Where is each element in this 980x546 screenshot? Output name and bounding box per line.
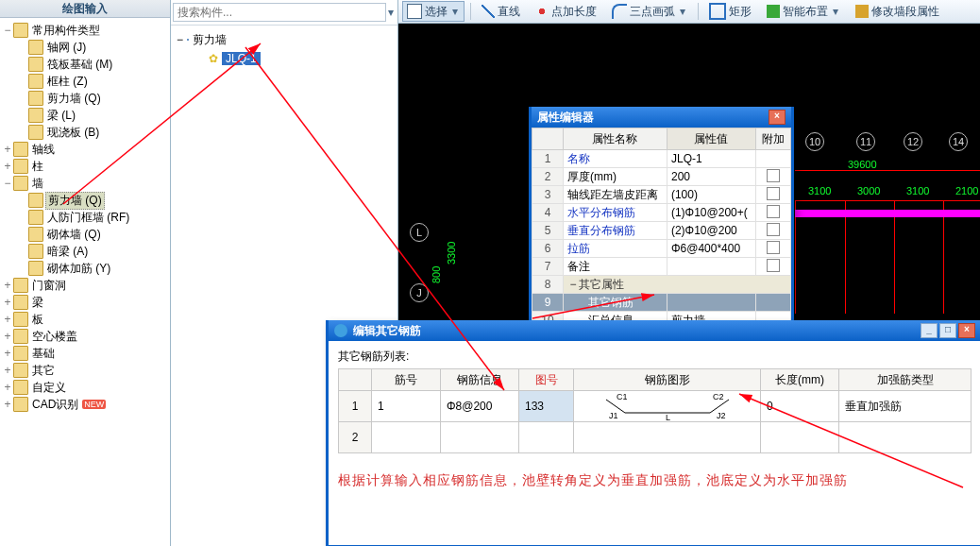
tree-node[interactable]: 筏板基础 (M) [45, 57, 114, 73]
tree-node[interactable]: 梁 (L) [45, 108, 77, 124]
close-icon[interactable]: × [769, 110, 786, 125]
tree-node[interactable]: 空心楼盖 [30, 329, 79, 345]
tree-expand-icon[interactable]: + [2, 381, 13, 394]
mid-tree-item-selected[interactable]: JLQ-1 [222, 52, 261, 65]
cell-shape[interactable]: C1 C2 J1 J2 L [574, 391, 761, 422]
folder-icon [13, 295, 28, 310]
tree-collapse-icon[interactable]: − [2, 24, 13, 37]
tree-node[interactable]: 框柱 (Z) [45, 74, 90, 90]
tree-collapse-icon[interactable]: − [2, 177, 13, 190]
cell-fig-no[interactable]: 133 [519, 391, 574, 422]
checkbox[interactable] [767, 223, 780, 236]
tool-select[interactable]: 选择▾ [402, 1, 465, 22]
prop-name: 水平分布钢筋 [564, 204, 667, 222]
tool-edit-seg[interactable]: 修改墙段属性 [851, 1, 944, 22]
minimize-icon[interactable]: _ [921, 323, 938, 338]
tree-node[interactable]: 板 [30, 312, 45, 328]
dimension-text: 800 [431, 266, 442, 283]
tool-line[interactable]: 直线 [477, 1, 525, 22]
cell-info[interactable]: Φ8@200 [441, 391, 519, 422]
left-panel: 绘图输入 −常用构件类型 轴网 (J) 筏板基础 (M) 框柱 (Z) 剪力墙 … [0, 0, 171, 546]
property-editor-window: 属性编辑器 × 属性名称属性值附加 1名称JLQ-1 2厚度(mm)200 3轴… [529, 107, 794, 324]
tool-arc3[interactable]: 三点画弧▾ [607, 1, 692, 22]
steel-editor-window: 编辑其它钢筋 _ □ × 其它钢筋列表: 筋号 钢筋信息 图号 钢筋图形 长度(… [326, 320, 980, 546]
tree-expand-icon[interactable]: + [2, 160, 13, 173]
checkbox[interactable] [767, 169, 780, 182]
prop-name-selected[interactable]: 其它钢筋 [564, 294, 667, 312]
chevron-down-icon[interactable]: ▾ [450, 5, 460, 18]
window-title: 编辑其它钢筋 [353, 324, 421, 337]
tree-expand-icon[interactable]: + [2, 330, 13, 343]
checkbox[interactable] [767, 241, 780, 254]
tree-expand-icon[interactable]: + [2, 347, 13, 360]
tree-node[interactable]: 人防门框墙 (RF) [45, 210, 131, 226]
tree-node[interactable]: 基础 [30, 346, 57, 362]
tree-expand-icon[interactable]: + [2, 279, 13, 292]
tree-node[interactable]: 墙 [30, 176, 45, 192]
tree-node[interactable]: 暗梁 (A) [45, 244, 90, 260]
cell-num[interactable]: 1 [372, 391, 441, 422]
search-dropdown-icon[interactable]: ▾ [386, 6, 396, 19]
tree-collapse-icon[interactable]: − [177, 33, 183, 46]
tree-node[interactable]: 其它 [30, 363, 57, 379]
prop-value[interactable] [667, 258, 755, 276]
chevron-down-icon[interactable]: ▾ [831, 5, 840, 18]
gridline [894, 200, 895, 314]
prop-category[interactable]: 其它属性 [579, 278, 624, 291]
close-icon[interactable]: × [958, 323, 975, 338]
tree-node-selected[interactable]: 剪力墙 (Q) [45, 192, 105, 210]
search-input[interactable] [173, 3, 386, 22]
tree-node[interactable]: 柱 [30, 159, 45, 175]
chevron-down-icon[interactable]: ▾ [678, 5, 687, 18]
tree-expand-icon[interactable]: + [2, 296, 13, 309]
tree-node[interactable]: 自定义 [30, 380, 68, 396]
window-titlebar[interactable]: 编辑其它钢筋 _ □ × [329, 320, 980, 341]
tree-expand-icon[interactable]: + [2, 313, 13, 326]
prop-value[interactable]: Φ6@400*400 [667, 240, 755, 258]
prop-value[interactable]: JLQ-1 [667, 150, 755, 168]
prop-value[interactable]: 200 [667, 168, 755, 186]
cell-type[interactable]: 垂直加强筋 [839, 391, 972, 422]
wall-segment[interactable] [795, 210, 980, 217]
tree-expand-icon[interactable]: + [2, 364, 13, 377]
leaf-icon [28, 91, 43, 106]
checkbox[interactable] [767, 205, 780, 218]
tree-node[interactable]: 轴线 [30, 142, 57, 158]
arc-icon [612, 4, 627, 19]
tree-node[interactable]: 轴网 (J) [45, 40, 88, 56]
window-titlebar[interactable]: 属性编辑器 × [532, 107, 791, 128]
checkbox[interactable] [767, 187, 780, 200]
tree-node[interactable]: 砌体加筋 (Y) [45, 261, 112, 277]
dimension-text: 3300 [446, 242, 457, 264]
tree-node[interactable]: 梁 [30, 295, 45, 311]
prop-value[interactable] [667, 294, 755, 312]
tree-expand-icon[interactable]: + [2, 143, 13, 156]
leaf-icon [28, 210, 43, 225]
tool-label: 三点画弧 [630, 4, 675, 20]
leaf-icon [28, 261, 43, 276]
tool-point-extend[interactable]: 点加长度 [531, 1, 601, 22]
tree-node[interactable]: 现浇板 (B) [45, 125, 101, 141]
separator [470, 3, 471, 20]
maximize-icon[interactable]: □ [939, 323, 956, 338]
axis-bubble: 12 [904, 132, 922, 151]
new-badge: NEW [82, 400, 106, 409]
tool-smart[interactable]: 智能布置▾ [762, 1, 845, 22]
prop-value[interactable]: (100) [667, 186, 755, 204]
tree-node[interactable]: 砌体墙 (Q) [45, 227, 103, 243]
prop-value[interactable]: (1)Φ10@200+( [667, 204, 755, 222]
mid-tree-root[interactable]: 剪力墙 [193, 32, 227, 48]
tree-node[interactable]: 剪力墙 (Q) [45, 91, 103, 107]
prop-value[interactable]: (2)Φ10@200 [667, 222, 755, 240]
tree-expand-icon[interactable]: + [2, 398, 13, 411]
checkbox[interactable] [767, 259, 780, 272]
tree-collapse-icon[interactable]: − [567, 278, 579, 291]
folder-icon [13, 363, 28, 378]
tool-rect[interactable]: 矩形 [704, 1, 756, 22]
leaf-icon [28, 108, 43, 123]
cell-length[interactable]: 0 [761, 391, 839, 422]
tree-node[interactable]: 门窗洞 [30, 278, 68, 294]
mid-tree: −剪力墙 ✿JLQ-1 [171, 26, 397, 73]
tree-node[interactable]: CAD识别 [30, 397, 80, 413]
tree-node[interactable]: 常用构件类型 [30, 23, 102, 39]
